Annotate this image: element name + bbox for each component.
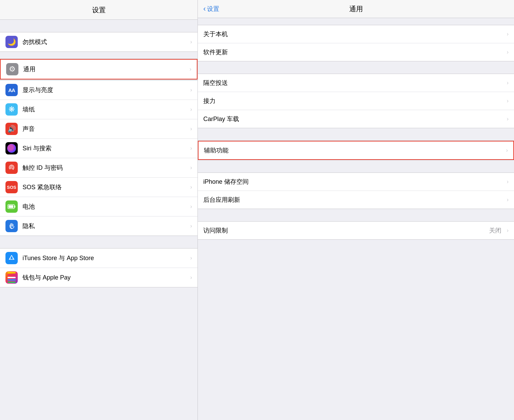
handoff-chevron: › — [507, 98, 509, 104]
sidebar-item-sos[interactable]: SOS SOS 紧急联络 › — [0, 178, 197, 197]
siri-chevron: › — [190, 145, 192, 151]
right-item-about[interactable]: 关于本机 › — [198, 25, 514, 43]
settings-group-1: 🌙 勿扰模式 › — [0, 32, 197, 52]
general-chevron: › — [190, 66, 191, 72]
wallpaper-label: 墙纸 — [23, 105, 188, 114]
bgrefresh-label: 后台应用刷新 — [203, 196, 504, 204]
carplay-label: CarPlay 车载 — [203, 115, 504, 123]
left-panel: 设置 🌙 勿扰模式 › ⚙ 通用 › AA 显示与亮度 › — [0, 0, 198, 420]
right-panel: ‹ 设置 通用 关于本机 › 软件更新 › 隔空投送 › 接力 › CarPla… — [198, 0, 514, 420]
left-panel-header: 设置 — [0, 0, 197, 20]
sidebar-item-dnd[interactable]: 🌙 勿扰模式 › — [0, 32, 197, 51]
restrictions-chevron: › — [507, 227, 509, 234]
battery-icon — [5, 200, 18, 213]
restrictions-label: 访问限制 — [203, 226, 489, 235]
siri-label: Siri 与搜索 — [23, 144, 188, 152]
display-icon: AA — [5, 84, 18, 96]
sidebar-item-touchid[interactable]: 触控 ID 与密码 › — [0, 158, 197, 178]
airdrop-chevron: › — [507, 80, 509, 86]
handoff-label: 接力 — [203, 97, 504, 105]
sidebar-item-display[interactable]: AA 显示与亮度 › — [0, 80, 197, 100]
storage-chevron: › — [507, 179, 509, 185]
right-item-accessibility[interactable]: 辅助功能 › — [198, 141, 514, 160]
right-spacer-5 — [198, 209, 514, 221]
dnd-chevron: › — [190, 39, 192, 45]
restrictions-value: 关闭 — [489, 226, 501, 235]
right-item-carplay[interactable]: CarPlay 车载 › — [198, 110, 514, 128]
sos-icon: SOS — [5, 181, 18, 193]
back-chevron-icon: ‹ — [203, 5, 206, 13]
sound-label: 声音 — [23, 125, 188, 133]
right-item-bgrefresh[interactable]: 后台应用刷新 › — [198, 191, 514, 209]
wallet-label: 钱包与 Apple Pay — [23, 273, 188, 282]
wallpaper-icon: ❋ — [5, 103, 18, 116]
back-label: 设置 — [207, 5, 219, 13]
siri-icon — [5, 142, 18, 154]
itunes-chevron: › — [190, 255, 192, 261]
bgrefresh-chevron: › — [507, 197, 509, 203]
right-item-airdrop[interactable]: 隔空投送 › — [198, 74, 514, 92]
privacy-icon — [5, 220, 18, 232]
sound-icon: 🔊 — [5, 123, 18, 135]
settings-group-3: iTunes Store 与 App Store › 钱包与 Apple Pay… — [0, 248, 197, 287]
back-button[interactable]: ‹ 设置 — [203, 5, 219, 13]
right-spacer-2 — [198, 61, 514, 74]
dnd-label: 勿扰模式 — [23, 38, 188, 46]
itunes-icon — [5, 252, 18, 264]
dnd-icon: 🌙 — [5, 36, 18, 48]
display-label: 显示与亮度 — [23, 86, 188, 94]
right-spacer-4 — [198, 160, 514, 172]
right-spacer-1 — [198, 18, 514, 25]
right-header: ‹ 设置 通用 — [198, 0, 514, 18]
spacer-4 — [0, 236, 197, 248]
right-group-2: 隔空投送 › 接力 › CarPlay 车载 › — [198, 74, 514, 128]
sound-chevron: › — [190, 126, 192, 132]
software-chevron: › — [507, 49, 509, 55]
about-chevron: › — [507, 31, 509, 37]
itunes-label: iTunes Store 与 App Store — [23, 254, 188, 262]
accessibility-label: 辅助功能 — [204, 146, 503, 154]
right-item-handoff[interactable]: 接力 › — [198, 92, 514, 110]
touchid-chevron: › — [190, 165, 192, 171]
right-item-storage[interactable]: iPhone 储存空间 › — [198, 173, 514, 191]
battery-label: 电池 — [23, 202, 188, 211]
sidebar-item-privacy[interactable]: 隐私 › — [0, 216, 197, 236]
about-label: 关于本机 — [203, 30, 504, 38]
general-icon: ⚙ — [6, 63, 18, 75]
wallet-icon — [5, 271, 18, 284]
right-group-4: iPhone 储存空间 › 后台应用刷新 › — [198, 172, 514, 209]
sidebar-item-battery[interactable]: 电池 › — [0, 197, 197, 216]
svg-rect-2 — [9, 205, 13, 208]
sos-chevron: › — [190, 184, 192, 190]
general-label: 通用 — [23, 65, 187, 73]
right-group-3: 辅助功能 › — [198, 140, 514, 160]
sidebar-item-wallet[interactable]: 钱包与 Apple Pay › — [0, 268, 197, 287]
touchid-icon — [5, 162, 18, 174]
right-item-software[interactable]: 软件更新 › — [198, 43, 514, 61]
accessibility-chevron: › — [506, 147, 508, 153]
right-panel-title: 通用 — [349, 4, 363, 14]
privacy-label: 隐私 — [23, 222, 188, 230]
sidebar-item-wallpaper[interactable]: ❋ 墙纸 › — [0, 100, 197, 119]
carplay-chevron: › — [507, 116, 509, 122]
sidebar-item-general[interactable]: ⚙ 通用 › — [0, 59, 197, 79]
storage-label: iPhone 储存空间 — [203, 178, 504, 186]
display-chevron: › — [190, 87, 192, 93]
sidebar-item-siri[interactable]: Siri 与搜索 › — [0, 139, 197, 158]
settings-group-2: AA 显示与亮度 › ❋ 墙纸 › 🔊 声音 › Siri 与搜索 › — [0, 80, 197, 236]
right-item-restrictions[interactable]: 访问限制 关闭 › — [198, 222, 514, 239]
software-label: 软件更新 — [203, 48, 504, 56]
sidebar-item-itunes[interactable]: iTunes Store 与 App Store › — [0, 249, 197, 268]
sos-label: SOS 紧急联络 — [23, 183, 188, 191]
settings-group-general: ⚙ 通用 › — [0, 59, 197, 80]
right-group-1: 关于本机 › 软件更新 › — [198, 25, 514, 61]
sidebar-item-sound[interactable]: 🔊 声音 › — [0, 119, 197, 139]
privacy-chevron: › — [190, 223, 192, 229]
touchid-label: 触控 ID 与密码 — [23, 164, 188, 172]
right-spacer-3 — [198, 128, 514, 140]
battery-chevron: › — [190, 204, 192, 210]
svg-rect-1 — [14, 206, 15, 208]
airdrop-label: 隔空投送 — [203, 79, 504, 87]
spacer-2 — [0, 52, 197, 59]
top-spacer — [0, 20, 197, 32]
